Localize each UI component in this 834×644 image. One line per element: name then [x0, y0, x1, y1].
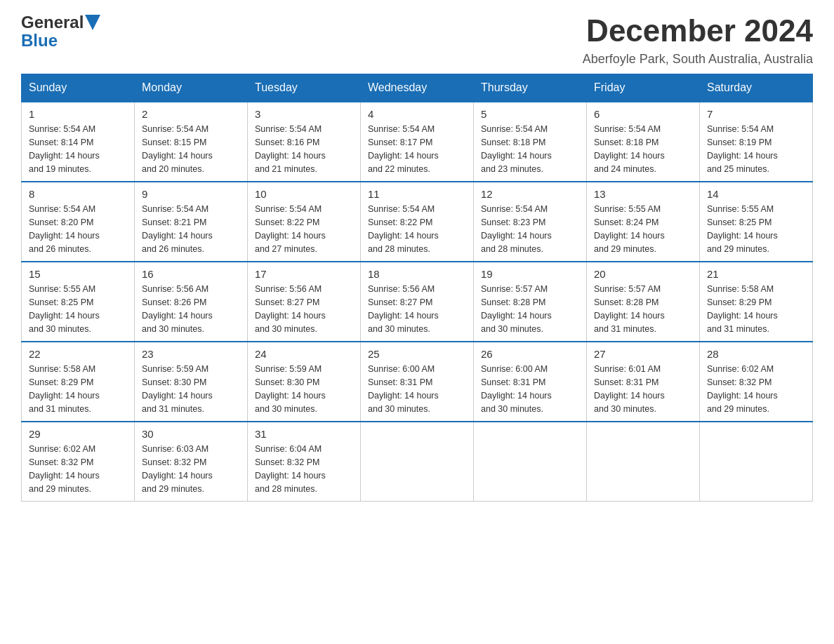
sunrise-text: Sunrise: 5:54 AM	[707, 124, 774, 134]
day-info: Sunrise: 5:54 AMSunset: 8:20 PMDaylight:…	[29, 203, 127, 255]
title-section: December 2024Aberfoyle Park, South Austr…	[583, 14, 813, 67]
sunset-text: Sunset: 8:32 PM	[29, 457, 93, 467]
weekday-header-row: Sunday Monday Tuesday Wednesday Thursday…	[22, 74, 813, 102]
daylight-line1: Daylight: 14 hours	[707, 391, 778, 401]
day-info: Sunrise: 5:54 AMSunset: 8:22 PMDaylight:…	[368, 203, 466, 255]
day-info: Sunrise: 5:54 AMSunset: 8:19 PMDaylight:…	[707, 123, 805, 175]
daylight-line1: Daylight: 14 hours	[255, 311, 326, 321]
calendar-cell: 28Sunrise: 6:02 AMSunset: 8:32 PMDayligh…	[700, 342, 813, 422]
sunrise-text: Sunrise: 5:55 AM	[707, 204, 774, 214]
daylight-line2: and 30 minutes.	[368, 404, 430, 414]
logo-blue-text: Blue	[21, 32, 58, 49]
day-number: 2	[142, 108, 240, 120]
calendar-cell: 8Sunrise: 5:54 AMSunset: 8:20 PMDaylight…	[22, 182, 135, 262]
calendar-cell: 29Sunrise: 6:02 AMSunset: 8:32 PMDayligh…	[22, 422, 135, 502]
day-info: Sunrise: 6:04 AMSunset: 8:32 PMDaylight:…	[255, 443, 353, 495]
day-info: Sunrise: 5:54 AMSunset: 8:23 PMDaylight:…	[481, 203, 579, 255]
day-number: 4	[368, 108, 466, 120]
header-thursday: Thursday	[474, 74, 587, 102]
calendar-cell: 3Sunrise: 5:54 AMSunset: 8:16 PMDaylight…	[248, 102, 361, 182]
day-info: Sunrise: 5:54 AMSunset: 8:21 PMDaylight:…	[142, 203, 240, 255]
daylight-line1: Daylight: 14 hours	[29, 471, 100, 481]
daylight-line2: and 30 minutes.	[142, 324, 204, 334]
sunrise-text: Sunrise: 5:56 AM	[255, 284, 322, 294]
sunset-text: Sunset: 8:30 PM	[142, 377, 206, 387]
sunset-text: Sunset: 8:14 PM	[29, 137, 93, 147]
daylight-line1: Daylight: 14 hours	[142, 471, 213, 481]
calendar-cell: 12Sunrise: 5:54 AMSunset: 8:23 PMDayligh…	[474, 182, 587, 262]
sunrise-text: Sunrise: 5:59 AM	[255, 364, 322, 374]
day-number: 14	[707, 188, 805, 200]
day-info: Sunrise: 5:58 AMSunset: 8:29 PMDaylight:…	[29, 363, 127, 415]
day-number: 5	[481, 108, 579, 120]
sunset-text: Sunset: 8:20 PM	[29, 217, 93, 227]
sunset-text: Sunset: 8:28 PM	[481, 297, 545, 307]
header-tuesday: Tuesday	[248, 74, 361, 102]
day-info: Sunrise: 5:56 AMSunset: 8:27 PMDaylight:…	[255, 283, 353, 335]
day-number: 24	[255, 348, 353, 360]
calendar-cell: 10Sunrise: 5:54 AMSunset: 8:22 PMDayligh…	[248, 182, 361, 262]
daylight-line1: Daylight: 14 hours	[142, 231, 213, 241]
calendar-cell: 1Sunrise: 5:54 AMSunset: 8:14 PMDaylight…	[22, 102, 135, 182]
sunrise-text: Sunrise: 5:54 AM	[142, 124, 208, 134]
daylight-line2: and 21 minutes.	[255, 164, 317, 174]
sunrise-text: Sunrise: 6:03 AM	[142, 444, 208, 454]
calendar-table: Sunday Monday Tuesday Wednesday Thursday…	[21, 74, 813, 502]
sunset-text: Sunset: 8:29 PM	[29, 377, 93, 387]
header-monday: Monday	[135, 74, 248, 102]
calendar-cell: 26Sunrise: 6:00 AMSunset: 8:31 PMDayligh…	[474, 342, 587, 422]
daylight-line1: Daylight: 14 hours	[594, 151, 665, 161]
calendar-cell	[361, 422, 474, 502]
header-friday: Friday	[587, 74, 700, 102]
daylight-line2: and 29 minutes.	[594, 244, 656, 254]
calendar-cell: 23Sunrise: 5:59 AMSunset: 8:30 PMDayligh…	[135, 342, 248, 422]
daylight-line1: Daylight: 14 hours	[707, 311, 778, 321]
day-info: Sunrise: 6:00 AMSunset: 8:31 PMDaylight:…	[368, 363, 466, 415]
day-number: 30	[142, 428, 240, 440]
sunset-text: Sunset: 8:15 PM	[142, 137, 206, 147]
sunset-text: Sunset: 8:22 PM	[368, 217, 432, 227]
day-number: 13	[594, 188, 692, 200]
header-sunday: Sunday	[22, 74, 135, 102]
sunset-text: Sunset: 8:19 PM	[707, 137, 772, 147]
sunset-text: Sunset: 8:31 PM	[368, 377, 432, 387]
daylight-line2: and 29 minutes.	[707, 404, 769, 414]
daylight-line1: Daylight: 14 hours	[368, 311, 439, 321]
day-info: Sunrise: 6:02 AMSunset: 8:32 PMDaylight:…	[29, 443, 127, 495]
sunrise-text: Sunrise: 5:58 AM	[707, 284, 774, 294]
day-info: Sunrise: 5:54 AMSunset: 8:16 PMDaylight:…	[255, 123, 353, 175]
daylight-line1: Daylight: 14 hours	[481, 311, 552, 321]
sunset-text: Sunset: 8:31 PM	[594, 377, 658, 387]
sunset-text: Sunset: 8:22 PM	[255, 217, 319, 227]
day-number: 28	[707, 348, 805, 360]
week-row-1: 1Sunrise: 5:54 AMSunset: 8:14 PMDaylight…	[22, 102, 813, 182]
sunrise-text: Sunrise: 5:54 AM	[142, 204, 208, 214]
daylight-line1: Daylight: 14 hours	[255, 151, 326, 161]
calendar-cell: 4Sunrise: 5:54 AMSunset: 8:17 PMDaylight…	[361, 102, 474, 182]
daylight-line2: and 30 minutes.	[481, 404, 543, 414]
calendar-cell: 5Sunrise: 5:54 AMSunset: 8:18 PMDaylight…	[474, 102, 587, 182]
daylight-line2: and 26 minutes.	[29, 244, 91, 254]
day-info: Sunrise: 5:54 AMSunset: 8:17 PMDaylight:…	[368, 123, 466, 175]
sunset-text: Sunset: 8:21 PM	[142, 217, 206, 227]
calendar-cell: 24Sunrise: 5:59 AMSunset: 8:30 PMDayligh…	[248, 342, 361, 422]
day-info: Sunrise: 5:54 AMSunset: 8:18 PMDaylight:…	[481, 123, 579, 175]
daylight-line2: and 28 minutes.	[368, 244, 430, 254]
daylight-line1: Daylight: 14 hours	[29, 151, 100, 161]
sunset-text: Sunset: 8:27 PM	[368, 297, 432, 307]
daylight-line2: and 30 minutes.	[368, 324, 430, 334]
daylight-line1: Daylight: 14 hours	[255, 231, 326, 241]
sunrise-text: Sunrise: 5:58 AM	[29, 364, 95, 374]
day-info: Sunrise: 5:54 AMSunset: 8:15 PMDaylight:…	[142, 123, 240, 175]
sunset-text: Sunset: 8:26 PM	[142, 297, 206, 307]
sunset-text: Sunset: 8:24 PM	[594, 217, 658, 227]
daylight-line2: and 23 minutes.	[481, 164, 543, 174]
calendar-cell: 30Sunrise: 6:03 AMSunset: 8:32 PMDayligh…	[135, 422, 248, 502]
calendar-cell: 15Sunrise: 5:55 AMSunset: 8:25 PMDayligh…	[22, 262, 135, 342]
daylight-line1: Daylight: 14 hours	[29, 311, 100, 321]
daylight-line2: and 31 minutes.	[594, 324, 656, 334]
calendar-cell: 13Sunrise: 5:55 AMSunset: 8:24 PMDayligh…	[587, 182, 700, 262]
day-info: Sunrise: 6:01 AMSunset: 8:31 PMDaylight:…	[594, 363, 692, 415]
sunset-text: Sunset: 8:30 PM	[255, 377, 319, 387]
day-info: Sunrise: 5:54 AMSunset: 8:18 PMDaylight:…	[594, 123, 692, 175]
